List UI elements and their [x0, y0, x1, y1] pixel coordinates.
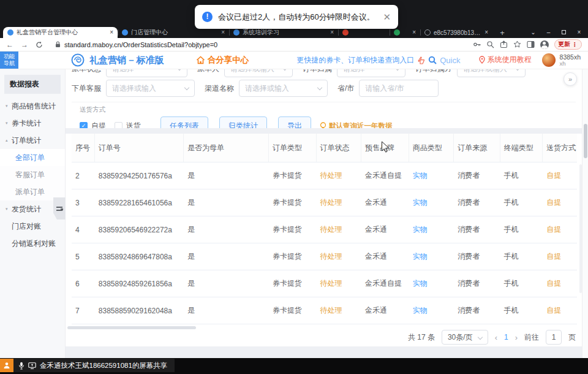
microphone-icon: [18, 362, 24, 370]
table-cell: 83859228165461056a: [95, 189, 184, 216]
browser-menu-chevron-icon[interactable]: ⌄: [526, 29, 541, 36]
password-key-icon[interactable]: [473, 40, 481, 48]
system-tutorial-link[interactable]: 系统使用教程: [479, 55, 532, 65]
sidebar-item-8[interactable]: 分销返利对账: [0, 235, 65, 252]
browser-tab[interactable]: e8c573980b1328a258fd2e6 ×: [420, 27, 492, 38]
sidebar-item-0[interactable]: ▾ 商品销售统计: [0, 97, 65, 115]
window-maximize-button[interactable]: [556, 29, 571, 36]
sidebar: 数据报表 ▾ 商品销售统计 ▾ 券卡统计 ▴ 订单统计 全部订单 客服订单 派单…: [0, 69, 66, 358]
table-cell: 金禾通: [361, 189, 409, 216]
url-text: standard.maboy.cn/OrderStatisticsDetail?…: [64, 41, 217, 48]
table-row[interactable]: 583858924869647808a是券卡提货待处理金禾通实物消费者手机自提: [72, 243, 577, 270]
column-header: 序号: [72, 134, 95, 162]
column-header: 终端类型: [500, 134, 543, 162]
reload-icon[interactable]: [36, 41, 43, 48]
tab-close-icon[interactable]: ×: [412, 29, 416, 36]
filter-select[interactable]: 请选择或输入: [239, 80, 328, 97]
page-scrollbar-track[interactable]: [582, 52, 588, 358]
sidebar-item-3[interactable]: 全部订单: [0, 149, 65, 166]
table-cell: 4: [72, 216, 95, 243]
filter-select[interactable]: 请选择: [106, 69, 187, 77]
browser-menu-dots-icon[interactable]: ⋮: [572, 41, 578, 48]
bookmark-star-icon[interactable]: [513, 40, 521, 48]
sidebar-item-4[interactable]: 客服订单: [0, 166, 65, 183]
table-cell: 券卡提货: [269, 297, 317, 324]
toast-close-icon[interactable]: ✕: [383, 12, 391, 23]
sidebar-item-2[interactable]: ▴ 订单统计: [0, 132, 65, 149]
filter-placeholder: 请选择: [343, 69, 365, 74]
table-row[interactable]: 283859294250176576a是券卡提货待处理金禾通自提实物消费者手机自…: [72, 162, 577, 189]
horizontal-scrollbar-thumb[interactable]: [67, 326, 196, 329]
pagination: 共 17 条 30条/页 ‹ 1 › 前往 1 页: [408, 330, 576, 345]
forward-icon[interactable]: →: [21, 41, 28, 48]
tab-close-icon[interactable]: ×: [484, 29, 488, 36]
table-cell: 券卡提货: [269, 216, 317, 243]
filter-select[interactable]: 请选择: [337, 69, 405, 77]
filters-collapse-button[interactable]: »: [564, 72, 577, 86]
orders-table: 序号订单号是否为母单订单类型订单状态预售品牌商品类型订单来源终端类型送货方式 2…: [66, 134, 582, 346]
filter-select[interactable]: 请选择或输入: [224, 69, 293, 77]
table-cell: 待处理: [317, 243, 362, 270]
delivery-checkbox[interactable]: 送货: [115, 121, 141, 128]
query-tip: 默认查询近一年数据: [320, 121, 393, 128]
meeting-member-button[interactable]: [0, 359, 13, 372]
table-row[interactable]: 383859228165461056a是券卡提货待处理金禾通实物消费者手机自提: [72, 189, 577, 216]
screen-share-icon: [28, 362, 36, 369]
table-row[interactable]: 483859206546922272a是券卡提货待处理金禾通实物消费者手机自提: [72, 216, 577, 243]
filter-select[interactable]: 请选择或输入: [457, 69, 526, 77]
table-row[interactable]: 783858859029162048a是券卡提货待处理金禾通实物消费者手机自提: [72, 297, 577, 324]
back-icon[interactable]: ←: [6, 41, 13, 48]
tab-close-icon[interactable]: ×: [330, 29, 334, 36]
house-icon: [196, 56, 205, 64]
column-header: 订单号: [95, 134, 184, 162]
tab-close-icon[interactable]: ×: [221, 29, 225, 36]
share-center-link[interactable]: 合分享中心: [196, 55, 249, 66]
prev-page-button[interactable]: ‹: [495, 333, 497, 342]
table-cell: 是: [184, 189, 269, 216]
next-page-button[interactable]: ›: [515, 333, 518, 342]
share-status-pill[interactable]: 金禾通技术王斌18662591081的屏幕共享: [13, 359, 175, 372]
delivery-checkbox[interactable]: ✓ 自提: [80, 121, 106, 128]
table-row[interactable]: 683858924859261856a是券卡提货待处理金禾通自提实物消费者手机自…: [72, 270, 577, 297]
action-button[interactable]: 归类统计: [219, 116, 267, 128]
current-page[interactable]: 1: [504, 333, 508, 342]
window-minimize-button[interactable]: –: [541, 29, 556, 36]
zoom-icon[interactable]: [486, 40, 494, 48]
app-header: 功能 导航 礼盒营销 – 标准版 合分享中心 更快捷的券卡、订单和快递查询入口 …: [0, 52, 588, 69]
table-cell: 自提: [543, 243, 577, 270]
table-cell: 是: [184, 270, 269, 297]
table-cell: 待处理: [317, 270, 362, 297]
user-avatar[interactable]: [542, 53, 556, 67]
table-cell: 手机: [500, 297, 543, 324]
filter-select[interactable]: 请选择或输入: [106, 80, 195, 97]
chrome-update-button[interactable]: 更新⋮: [554, 39, 582, 50]
share-icon[interactable]: [500, 40, 508, 48]
sidebar-item-1[interactable]: ▾ 券卡统计: [0, 115, 65, 132]
function-nav-toggle[interactable]: 功能 导航: [0, 52, 18, 69]
action-button[interactable]: 导出: [278, 116, 311, 128]
tab-title: 系统培训学习: [243, 28, 327, 37]
window-controls: ⌄ – ×: [526, 27, 587, 37]
window-close-button[interactable]: ×: [571, 29, 587, 36]
sidebar-item-7[interactable]: 门店对账: [0, 218, 65, 235]
chrome-profile-avatar[interactable]: [540, 40, 549, 49]
table-cell: 是: [184, 216, 269, 243]
total-count: 共 17 条: [408, 332, 435, 343]
toast-message: 会议已超过2人，自动转为60分钟限时会议。: [218, 12, 375, 23]
page-scrollbar-thumb[interactable]: [584, 124, 587, 158]
table-cell: 金禾通: [361, 297, 409, 324]
action-button[interactable]: 任务列表: [160, 116, 208, 128]
column-header: 订单类型: [269, 134, 317, 162]
address-box[interactable]: standard.maboy.cn/OrderStatisticsDetail?…: [50, 39, 473, 50]
chevron-down-icon: [317, 85, 322, 90]
browser-tab[interactable]: 礼盒营销平台管理中心 ×: [3, 27, 118, 38]
page-size-select[interactable]: 30条/页: [442, 330, 488, 345]
filter-select[interactable]: 请输入省/市: [359, 80, 439, 97]
new-tab-button[interactable]: +: [497, 28, 507, 38]
quick-entry-link[interactable]: 更快捷的券卡、订单和快递查询入口 Quick: [296, 55, 460, 66]
tab-close-icon[interactable]: ×: [110, 29, 113, 36]
side-panel-icon[interactable]: [527, 40, 535, 48]
goto-page-input[interactable]: 1: [546, 330, 562, 345]
filter-placeholder: 请选择或输入: [245, 83, 289, 94]
table-cell: 实物: [409, 216, 454, 243]
